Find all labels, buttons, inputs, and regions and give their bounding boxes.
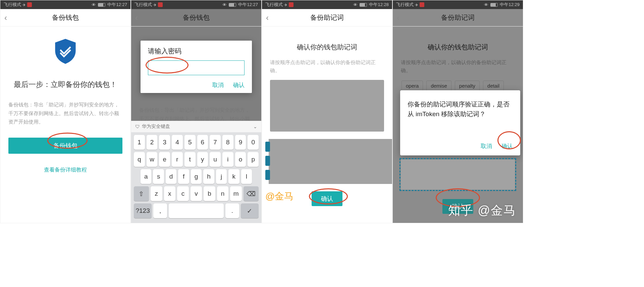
- dialog-title: 请输入密码: [148, 47, 245, 56]
- battery-icon: [229, 3, 236, 7]
- key-n[interactable]: n: [217, 186, 229, 201]
- key-l[interactable]: l: [241, 169, 252, 184]
- tutorial-link[interactable]: 查看备份详细教程: [0, 166, 130, 174]
- cancel-button[interactable]: 取消: [481, 142, 492, 150]
- key-w[interactable]: w: [147, 152, 158, 167]
- password-dialog: 请输入密码 取消 确认: [141, 41, 252, 93]
- keyboard-row-asdf: asdfghjkl: [132, 169, 260, 184]
- key-b[interactable]: b: [204, 186, 215, 201]
- huawei-icon: [27, 2, 32, 7]
- key-x[interactable]: x: [164, 186, 176, 201]
- key-5[interactable]: 5: [184, 135, 196, 150]
- keyboard-row-qwerty: qwertyuiop: [132, 152, 260, 167]
- cancel-button[interactable]: 取消: [212, 81, 224, 89]
- key-period[interactable]: .: [225, 203, 239, 218]
- header-title: 备份助记词: [441, 13, 475, 22]
- key-d[interactable]: d: [166, 169, 176, 184]
- key-p[interactable]: p: [248, 152, 259, 167]
- back-button[interactable]: ‹: [4, 13, 7, 22]
- screen-enter-password: 飞行模式 👁 中午12:27 ‹ 备份钱包 备份钱包：导出「助记词」并抄写到安全…: [131, 0, 262, 223]
- key-symbols[interactable]: ?123: [134, 203, 152, 218]
- key-backspace[interactable]: ⌫: [244, 186, 259, 201]
- key-2[interactable]: 2: [147, 135, 158, 150]
- selected-word-tag: [265, 142, 270, 152]
- watermark-zhihu: 知乎 @金马: [448, 202, 516, 219]
- confirm-button[interactable]: 确认: [312, 191, 342, 206]
- description-text: 备份钱包：导出「助记词」并抄写到安全的地方，千万不要保存到网络上。然后尝试转入、…: [0, 100, 130, 126]
- keyboard-row-numbers: 1234567890: [132, 135, 260, 150]
- flight-mode-label: 飞行模式: [135, 2, 152, 8]
- airplane-icon: [284, 2, 287, 7]
- header-title: 备份助记词: [310, 13, 344, 22]
- airplane-icon: [22, 2, 26, 7]
- key-a[interactable]: a: [141, 169, 151, 184]
- keyboard-row-zxcv: ⇧zxcvbnm⌫: [132, 186, 260, 201]
- eye-icon: 👁: [484, 2, 488, 7]
- mnemonic-display-area: [270, 80, 384, 132]
- back-button[interactable]: ‹: [397, 13, 399, 22]
- dialog-body: 你备份的助记词顺序验证正确，是否从 imToken 移除该助记词？: [408, 100, 513, 119]
- eye-icon: 👁: [222, 2, 227, 7]
- selected-word-tag: [265, 170, 270, 180]
- mnemonic-area-outline: [401, 159, 515, 190]
- back-button[interactable]: ‹: [135, 13, 138, 22]
- battery-icon: [98, 3, 105, 7]
- shield-small-icon: 🛡: [135, 124, 140, 129]
- mnemonic-selection-area[interactable]: [269, 139, 392, 184]
- key-9[interactable]: 9: [235, 135, 246, 150]
- key-s[interactable]: s: [153, 169, 164, 184]
- key-6[interactable]: 6: [197, 135, 208, 150]
- key-1[interactable]: 1: [134, 135, 145, 150]
- keyboard: 1234567890 qwertyuiop asdfghjkl ⇧zxcvbnm…: [131, 132, 261, 223]
- key-z[interactable]: z: [151, 186, 162, 201]
- key-v[interactable]: v: [191, 186, 202, 201]
- status-time: 中午12:27: [107, 2, 127, 8]
- key-e[interactable]: e: [159, 152, 170, 167]
- header-title: 备份钱包: [183, 13, 210, 22]
- key-space[interactable]: [169, 203, 224, 218]
- key-4[interactable]: 4: [172, 135, 183, 150]
- key-0[interactable]: 0: [248, 135, 259, 150]
- watermark-jinma: @金马: [265, 190, 293, 203]
- password-input[interactable]: [148, 60, 245, 75]
- key-i[interactable]: i: [222, 152, 233, 167]
- confirm-button[interactable]: 确认: [501, 142, 513, 150]
- key-8[interactable]: 8: [222, 135, 233, 150]
- keyboard-label-bar: 🛡华为安全键盘 ⌄: [131, 121, 261, 132]
- eye-icon: 👁: [92, 2, 96, 7]
- key-3[interactable]: 3: [159, 135, 170, 150]
- mnemonic-area-redacted: [401, 159, 515, 190]
- description-text: 请按顺序点击助记词，以确认你的备份助记词正确。: [262, 58, 392, 75]
- key-k[interactable]: k: [228, 169, 239, 184]
- key-h[interactable]: h: [203, 169, 214, 184]
- battery-icon: [490, 3, 498, 7]
- key-y[interactable]: y: [197, 152, 208, 167]
- huawei-icon: [289, 2, 293, 7]
- chevron-down-icon[interactable]: ⌄: [253, 124, 257, 129]
- screen-verify-success: 飞行模式 👁 中午12:29 ‹ 备份助记词 确认你的钱包助记词 请按顺序点击助…: [392, 0, 523, 223]
- backup-wallet-button[interactable]: 备份钱包: [8, 138, 122, 154]
- key-c[interactable]: c: [177, 186, 189, 201]
- header: ‹ 备份钱包: [131, 9, 261, 27]
- back-button[interactable]: ‹: [266, 13, 269, 22]
- key-enter[interactable]: ✓: [241, 203, 259, 218]
- confirm-button[interactable]: 确认: [233, 81, 245, 89]
- key-o[interactable]: o: [235, 152, 246, 167]
- key-comma[interactable]: ,: [153, 203, 167, 218]
- screen-backup-wallet: 飞行模式 👁 中午12:27 ‹ 备份钱包 最后一步：立即备份你的钱包！ 备份钱…: [0, 0, 131, 223]
- key-j[interactable]: j: [216, 169, 227, 184]
- status-time: 中午12:29: [500, 2, 520, 8]
- flight-mode-label: 飞行模式: [396, 2, 414, 8]
- key-g[interactable]: g: [191, 169, 202, 184]
- key-shift[interactable]: ⇧: [134, 186, 149, 201]
- key-r[interactable]: r: [172, 152, 183, 167]
- verify-success-dialog: 你备份的助记词顺序验证正确，是否从 imToken 移除该助记词？ 取消 确认: [400, 90, 520, 155]
- key-q[interactable]: q: [134, 152, 145, 167]
- key-7[interactable]: 7: [210, 135, 221, 150]
- key-t[interactable]: t: [184, 152, 196, 167]
- key-f[interactable]: f: [178, 169, 189, 184]
- key-m[interactable]: m: [230, 186, 242, 201]
- key-u[interactable]: u: [210, 152, 221, 167]
- selected-word-tag: [265, 156, 270, 166]
- shield-icon: [54, 38, 77, 65]
